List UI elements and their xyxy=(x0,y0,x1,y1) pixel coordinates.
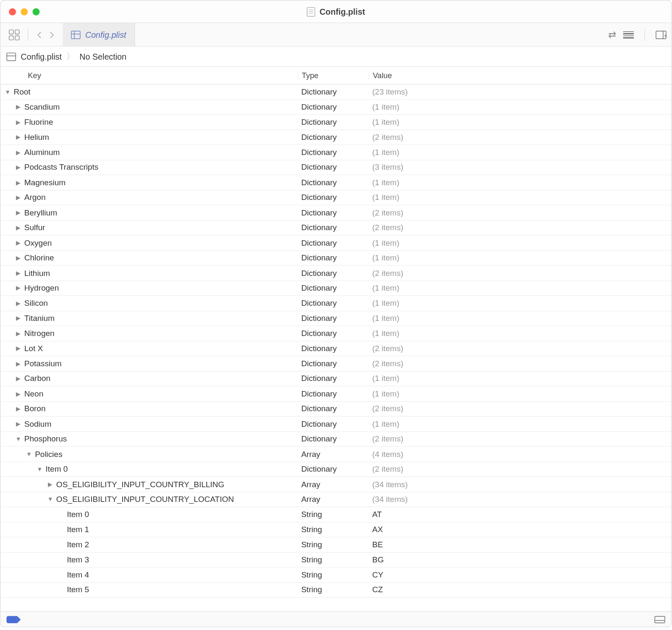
window-title: Config.plist xyxy=(307,7,365,16)
row-key: Sodium xyxy=(24,420,52,428)
disclosure-triangle-icon[interactable]: ▶ xyxy=(15,209,22,215)
disclosure-triangle-icon[interactable]: ▶ xyxy=(15,194,22,201)
close-button[interactable] xyxy=(9,8,16,15)
row-type: Dictionary xyxy=(298,223,369,232)
table-row[interactable]: ▶OxygenDictionary(1 item) xyxy=(0,236,671,251)
disclosure-triangle-icon[interactable]: ▶ xyxy=(15,164,22,171)
disclosure-triangle-icon[interactable]: ▶ xyxy=(15,375,22,382)
table-row[interactable]: ▶NeonDictionary(1 item) xyxy=(0,386,671,402)
disclosure-triangle-icon[interactable]: ▶ xyxy=(15,315,22,321)
disclosure-triangle-icon[interactable]: ▶ xyxy=(15,239,22,246)
table-row[interactable]: ▶OS_ELIGIBILITY_INPUT_COUNTRY_BILLINGArr… xyxy=(0,477,671,492)
nav-back-button[interactable] xyxy=(33,29,45,40)
row-value: AX xyxy=(369,525,671,534)
table-row[interactable]: ▶NitrogenDictionary(1 item) xyxy=(0,326,671,341)
row-value: BG xyxy=(369,555,671,564)
table-row[interactable]: ▼OS_ELIGIBILITY_INPUT_COUNTRY_LOCATIONAr… xyxy=(0,492,671,507)
table-row[interactable]: ▶HydrogenDictionary(1 item) xyxy=(0,281,671,296)
tag-icon[interactable] xyxy=(6,616,17,623)
table-row[interactable]: Item 3StringBG xyxy=(0,552,671,567)
rows-container[interactable]: ▼RootDictionary(23 items)▶ScandiumDictio… xyxy=(0,84,671,611)
swap-icon[interactable]: ⇄ xyxy=(608,29,616,40)
table-row[interactable]: ▶ArgonDictionary(1 item) xyxy=(0,190,671,205)
disclosure-triangle-icon[interactable]: ▶ xyxy=(15,285,22,291)
table-row[interactable]: ▶Lot XDictionary(2 items) xyxy=(0,341,671,356)
disclosure-triangle-icon[interactable]: ▶ xyxy=(15,134,22,140)
disclosure-triangle-icon[interactable]: ▼ xyxy=(15,436,22,442)
disclosure-triangle-icon[interactable]: ▼ xyxy=(4,89,11,95)
table-row[interactable]: ▶ScandiumDictionary(1 item) xyxy=(0,100,671,115)
disclosure-triangle-icon[interactable]: ▶ xyxy=(15,104,22,110)
table-row[interactable]: ▶CarbonDictionary(1 item) xyxy=(0,371,671,386)
row-type: Dictionary xyxy=(298,359,369,368)
row-type: Dictionary xyxy=(298,299,369,307)
disclosure-triangle-icon[interactable]: ▶ xyxy=(15,119,22,125)
table-row[interactable]: Item 4StringCY xyxy=(0,567,671,583)
window-title-text: Config.plist xyxy=(320,7,365,16)
disclosure-triangle-icon[interactable]: ▶ xyxy=(15,270,22,276)
related-items-icon[interactable] xyxy=(9,29,19,40)
table-row[interactable]: Item 0StringAT xyxy=(0,507,671,522)
table-row[interactable]: ▶SodiumDictionary(1 item) xyxy=(0,417,671,432)
table-row[interactable]: ▼Item 0Dictionary(2 items) xyxy=(0,462,671,477)
column-header-key[interactable]: Key xyxy=(0,71,297,80)
table-row[interactable]: ▶BerylliumDictionary(2 items) xyxy=(0,205,671,220)
plist-icon xyxy=(71,31,81,39)
column-header-type[interactable]: Type xyxy=(298,71,369,80)
disclosure-triangle-icon[interactable]: ▶ xyxy=(15,179,22,186)
table-row[interactable]: ▼RootDictionary(23 items) xyxy=(0,84,671,100)
column-header-value[interactable]: Value xyxy=(369,71,671,80)
table-row[interactable]: ▶HeliumDictionary(2 items) xyxy=(0,130,671,145)
row-value: (2 items) xyxy=(369,359,671,368)
row-key: Hydrogen xyxy=(24,284,59,292)
table-row[interactable]: ▶AluminumDictionary(1 item) xyxy=(0,145,671,160)
adjust-lines-icon[interactable] xyxy=(623,31,634,38)
row-key: Item 3 xyxy=(67,555,89,564)
add-panel-icon[interactable]: + xyxy=(656,31,666,39)
table-row[interactable]: ▶BoronDictionary(2 items) xyxy=(0,402,671,417)
disclosure-triangle-icon[interactable]: ▶ xyxy=(15,360,22,367)
table-row[interactable]: Item 2StringBE xyxy=(0,537,671,552)
row-key: Magnesium xyxy=(24,178,66,187)
table-row[interactable]: ▼PhosphorusDictionary(2 items) xyxy=(0,432,671,447)
disclosure-triangle-icon[interactable]: ▶ xyxy=(15,300,22,306)
disclosure-triangle-icon[interactable]: ▶ xyxy=(15,149,22,155)
breadcrumb-file[interactable]: Config.plist xyxy=(21,52,62,61)
disclosure-triangle-icon[interactable]: ▶ xyxy=(15,420,22,427)
table-row[interactable]: ▼PoliciesArray(4 items) xyxy=(0,447,671,462)
table-row[interactable]: Item 1StringAX xyxy=(0,522,671,537)
minimize-button[interactable] xyxy=(21,8,28,15)
table-row[interactable]: Item 5StringCZ xyxy=(0,583,671,598)
disclosure-triangle-icon[interactable]: ▶ xyxy=(47,481,54,487)
tab-config-plist[interactable]: Config.plist xyxy=(63,23,135,46)
disclosure-triangle-icon[interactable]: ▼ xyxy=(47,496,54,502)
disclosure-triangle-icon[interactable]: ▼ xyxy=(26,451,33,457)
row-value: (2 items) xyxy=(369,268,671,277)
table-row[interactable]: ▶LithiumDictionary(2 items) xyxy=(0,266,671,281)
bottom-panel-icon[interactable] xyxy=(654,616,665,623)
table-row[interactable]: ▶PotassiumDictionary(2 items) xyxy=(0,356,671,371)
table-row[interactable]: ▶SulfurDictionary(2 items) xyxy=(0,220,671,236)
disclosure-triangle-icon[interactable]: ▶ xyxy=(15,224,22,231)
row-value: (1 item) xyxy=(369,238,671,247)
table-row[interactable]: ▶MagnesiumDictionary(1 item) xyxy=(0,175,671,190)
disclosure-triangle-icon[interactable]: ▶ xyxy=(15,345,22,352)
disclosure-triangle-icon[interactable]: ▶ xyxy=(15,406,22,412)
table-row[interactable]: ▶TitaniumDictionary(1 item) xyxy=(0,311,671,326)
nav-forward-button[interactable] xyxy=(46,29,58,40)
table-row[interactable]: ▶FluorineDictionary(1 item) xyxy=(0,115,671,130)
row-type: String xyxy=(298,570,369,579)
table-row[interactable]: ▶ChlorineDictionary(1 item) xyxy=(0,251,671,266)
row-value: (2 items) xyxy=(369,223,671,232)
maximize-button[interactable] xyxy=(32,8,39,15)
disclosure-triangle-icon[interactable]: ▶ xyxy=(15,255,22,261)
disclosure-triangle-icon[interactable]: ▶ xyxy=(15,391,22,397)
table-row[interactable]: ▶SiliconDictionary(1 item) xyxy=(0,296,671,311)
row-key: Oxygen xyxy=(24,238,52,247)
disclosure-triangle-icon[interactable]: ▼ xyxy=(36,466,43,472)
table-row[interactable]: ▶Podcasts TranscriptsDictionary(3 items) xyxy=(0,160,671,175)
row-type: String xyxy=(298,510,369,519)
row-key: Nitrogen xyxy=(24,329,55,338)
disclosure-triangle-icon[interactable]: ▶ xyxy=(15,330,22,336)
row-key: Podcasts Transcripts xyxy=(24,163,99,172)
